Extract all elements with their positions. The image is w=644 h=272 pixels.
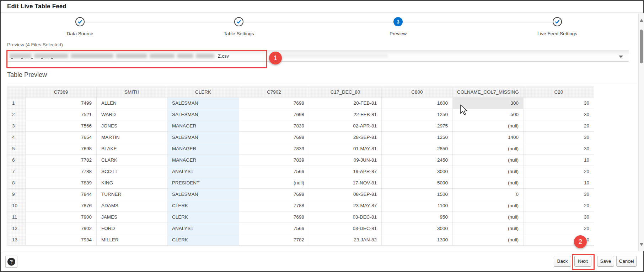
table-cell[interactable]: 7566 — [239, 223, 309, 234]
cancel-button[interactable]: Cancel — [616, 256, 637, 267]
save-button[interactable]: Save — [597, 256, 614, 267]
table-cell[interactable]: 3000 — [382, 223, 453, 234]
table-cell[interactable]: TURNER — [97, 189, 167, 200]
table-cell[interactable]: (null) — [453, 143, 524, 155]
table-cell[interactable]: (null) — [453, 177, 524, 189]
step-complete-check-icon[interactable] — [553, 17, 562, 26]
table-cell[interactable]: 1600 — [382, 98, 453, 109]
table-cell[interactable]: 7902 — [26, 223, 97, 234]
table-cell[interactable]: 7698 — [239, 211, 309, 223]
table-cell[interactable]: 7654 — [26, 132, 97, 143]
column-header-C20[interactable]: C20 — [524, 87, 594, 98]
table-cell[interactable]: 7839 — [239, 155, 309, 166]
table-cell[interactable]: 300 — [453, 98, 524, 109]
table-cell[interactable]: MANAGER — [167, 155, 239, 166]
column-header-COLNAME_COL7_MISSING[interactable]: COLNAME_COL7_MISSING — [453, 87, 524, 98]
table-cell[interactable]: 7698 — [239, 189, 309, 200]
table-cell[interactable]: ALLEN — [97, 98, 167, 109]
table-cell[interactable]: 10 — [524, 177, 594, 189]
table-cell[interactable]: 30 — [524, 98, 594, 109]
table-cell[interactable]: 30 — [524, 189, 594, 200]
table-cell[interactable]: SALESMAN — [167, 189, 239, 200]
step-live-feed-settings[interactable]: Live Feed Settings — [518, 12, 596, 36]
table-cell[interactable]: 28-SEP-81 — [309, 132, 382, 143]
table-cell[interactable]: SCOTT — [97, 166, 167, 177]
table-cell[interactable]: SALESMAN — [167, 109, 239, 120]
table-cell[interactable]: 7788 — [26, 166, 97, 177]
table-cell[interactable]: 1300 — [382, 234, 453, 246]
table-cell[interactable]: 19-APR-87 — [309, 166, 382, 177]
help-button[interactable]: ? — [5, 256, 17, 268]
table-cell[interactable]: MARTIN — [97, 132, 167, 143]
table-cell[interactable]: 2975 — [382, 120, 453, 132]
step-complete-check-icon[interactable] — [75, 17, 85, 26]
table-cell[interactable]: (null) — [239, 177, 309, 189]
table-cell[interactable]: 7934 — [26, 234, 97, 246]
table-cell[interactable]: 30 — [524, 143, 594, 155]
scrollbar-thumb[interactable] — [640, 30, 643, 63]
table-cell[interactable]: MANAGER — [167, 120, 239, 132]
table-cell[interactable]: 22-FEB-81 — [309, 109, 382, 120]
table-cell[interactable]: CLERK — [167, 211, 239, 223]
table-cell[interactable]: SALESMAN — [167, 132, 239, 143]
table-cell[interactable]: 7566 — [26, 120, 97, 132]
step-complete-check-icon[interactable] — [234, 17, 243, 26]
table-cell[interactable]: (null) — [453, 120, 524, 132]
column-header-C7369[interactable]: C7369 — [26, 87, 97, 98]
table-cell[interactable]: JAMES — [97, 211, 167, 223]
table-cell[interactable]: 7698 — [239, 109, 309, 120]
table-cell[interactable]: 7698 — [239, 98, 309, 109]
table-cell[interactable]: CLERK — [167, 200, 239, 211]
table-cell[interactable]: (null) — [453, 223, 524, 234]
table-cell[interactable]: 09-JUN-81 — [309, 155, 382, 166]
column-header-CLERK[interactable]: CLERK — [167, 87, 239, 98]
table-cell[interactable]: PRESIDENT — [167, 177, 239, 189]
table-cell[interactable]: 3000 — [382, 166, 453, 177]
table-cell[interactable]: 7566 — [239, 166, 309, 177]
table-cell[interactable]: ADAMS — [97, 200, 167, 211]
table-cell[interactable]: SALESMAN — [167, 98, 239, 109]
table-cell[interactable]: KING — [97, 177, 167, 189]
table-cell[interactable]: 1250 — [382, 109, 453, 120]
table-cell[interactable]: 17-NOV-81 — [309, 177, 382, 189]
table-cell[interactable]: MANAGER — [167, 143, 239, 155]
table-cell[interactable]: 20 — [524, 223, 594, 234]
table-cell[interactable]: 30 — [524, 109, 594, 120]
scroll-up-arrow-icon[interactable] — [640, 19, 643, 22]
table-cell[interactable]: 7782 — [239, 234, 309, 246]
vertical-scrollbar[interactable] — [638, 13, 644, 251]
column-header-C7902[interactable]: C7902 — [239, 87, 309, 98]
column-header-SMITH[interactable]: SMITH — [97, 87, 167, 98]
table-cell[interactable]: 7788 — [239, 200, 309, 211]
table-cell[interactable]: 7521 — [26, 109, 97, 120]
table-cell[interactable]: (null) — [453, 166, 524, 177]
table-cell[interactable]: 20 — [524, 166, 594, 177]
column-header-C800[interactable]: C800 — [382, 87, 453, 98]
table-cell[interactable]: 2850 — [382, 143, 453, 155]
table-cell[interactable]: WARD — [97, 109, 167, 120]
table-cell[interactable]: ANALYST — [167, 223, 239, 234]
next-button[interactable]: Next — [574, 256, 591, 267]
table-cell[interactable]: 1500 — [382, 189, 453, 200]
table-cell[interactable]: CLARK — [97, 155, 167, 166]
table-cell[interactable]: 7698 — [239, 132, 309, 143]
table-cell[interactable]: (null) — [453, 200, 524, 211]
dropdown-arrow-icon[interactable] — [619, 56, 623, 58]
table-cell[interactable]: 5000 — [382, 177, 453, 189]
table-cell[interactable]: 7844 — [26, 189, 97, 200]
table-cell[interactable]: 7782 — [26, 155, 97, 166]
table-cell[interactable]: 7499 — [26, 98, 97, 109]
table-cell[interactable]: 08-SEP-81 — [309, 189, 382, 200]
step-number-badge[interactable]: 3 — [393, 17, 403, 26]
table-cell[interactable]: BLAKE — [97, 143, 167, 155]
table-cell[interactable]: 7900 — [26, 211, 97, 223]
table-cell[interactable]: (null) — [453, 155, 524, 166]
table-cell[interactable]: 7698 — [26, 143, 97, 155]
table-cell[interactable]: 2450 — [382, 155, 453, 166]
table-cell[interactable]: 7839 — [239, 143, 309, 155]
scroll-down-arrow-icon[interactable] — [640, 243, 643, 246]
table-cell[interactable]: 03-DEC-81 — [309, 211, 382, 223]
table-cell[interactable]: 20 — [524, 200, 594, 211]
table-cell[interactable]: 1100 — [382, 200, 453, 211]
table-cell[interactable]: 23-MAY-87 — [309, 200, 382, 211]
